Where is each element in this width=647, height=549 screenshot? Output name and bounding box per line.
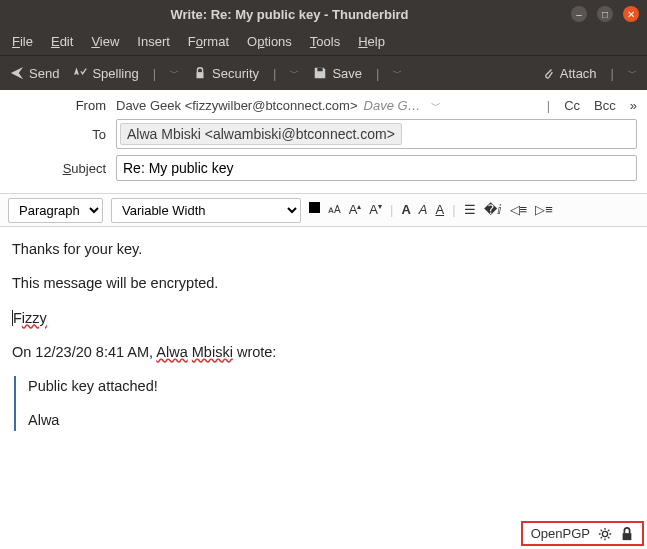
bcc-button[interactable]: Bcc [594,98,616,113]
security-label: Security [212,66,259,81]
body-line: This message will be encrypted. [12,273,635,293]
toolbar-separator: | [153,66,156,81]
cc-button[interactable]: Cc [564,98,580,113]
attach-button[interactable]: Attach [541,66,597,81]
spell-error: izzy [22,310,47,326]
save-label: Save [332,66,362,81]
security-dropdown-arrow[interactable]: ﹀ [290,67,299,80]
from-address: Dave Geek <fizzywilber@btconnect.com> [116,98,358,113]
from-value[interactable]: Dave Geek <fizzywilber@btconnect.com> Da… [116,98,535,113]
lock-icon [620,527,634,541]
gear-icon [598,527,612,541]
save-dropdown-arrow[interactable]: ﹀ [393,67,402,80]
menu-edit[interactable]: Edit [51,34,73,49]
paragraph-style-select[interactable]: Paragraph [8,198,103,223]
save-icon [313,66,327,80]
menu-tools[interactable]: Tools [310,34,340,49]
body-line: Thanks for your key. [12,239,635,259]
openpgp-label: OpenPGP [531,526,590,541]
indent-icon[interactable]: ▷≡ [535,202,553,217]
toolbar-separator: | [273,66,276,81]
outdent-icon[interactable]: ◁≡ [510,202,528,217]
more-recipients-button[interactable]: » [630,98,637,113]
menu-file[interactable]: File [12,34,33,49]
compose-headers: From Dave Geek <fizzywilber@btconnect.co… [0,90,647,193]
to-label: To [10,127,116,142]
svg-rect-0 [197,72,204,78]
font-size-large-icon[interactable]: A▴ [349,202,362,217]
titlebar: Write: Re: My public key - Thunderbird –… [0,0,647,28]
subject-label: Subject [10,161,116,176]
body-line: On 12/23/20 8:41 AM, Alwa Mbiski wrote: [12,342,635,362]
spelling-label: Spelling [92,66,138,81]
send-icon [10,66,24,80]
to-recipient-pill[interactable]: Alwa Mbiski <alwambiski@btconnect.com> [120,123,402,145]
from-identity: Dave G… [364,98,421,113]
lock-icon [193,66,207,80]
minimize-button[interactable]: – [571,6,587,22]
italic-icon[interactable]: A [419,202,428,217]
save-button[interactable]: Save [313,66,362,81]
spell-error: Mbiski [192,344,233,360]
message-body[interactable]: Thanks for your key. This message will b… [0,227,647,517]
main-toolbar: Send Spelling | ﹀ Security | ﹀ Save | ﹀ … [0,56,647,90]
svg-rect-1 [318,68,323,72]
menu-options[interactable]: Options [247,34,292,49]
toolbar-separator: | [376,66,379,81]
send-button[interactable]: Send [10,66,59,81]
spell-error: Alwa [156,344,187,360]
subject-input[interactable] [116,155,637,181]
security-button[interactable]: Security [193,66,259,81]
font-size-down-icon[interactable]: ᴀA [328,204,341,215]
svg-point-2 [602,531,607,536]
svg-rect-3 [623,533,632,540]
attach-dropdown-arrow[interactable]: ﹀ [628,67,637,80]
window-controls: – □ ✕ [571,6,639,22]
attach-label: Attach [560,66,597,81]
menu-help[interactable]: Help [358,34,385,49]
quote-line: Public key attached! [28,376,635,396]
menubar: File Edit View Insert Format Options Too… [0,28,647,56]
bold-icon[interactable]: A [401,202,410,217]
chevron-down-icon[interactable]: ﹀ [431,99,441,113]
window-title: Write: Re: My public key - Thunderbird [8,7,571,22]
font-size-small-icon[interactable]: A▾ [369,202,382,217]
menu-insert[interactable]: Insert [137,34,170,49]
paperclip-icon [541,66,555,80]
menu-format[interactable]: Format [188,34,229,49]
to-field[interactable]: Alwa Mbiski <alwambiski@btconnect.com> [116,119,637,149]
spelling-button[interactable]: Spelling [73,66,138,81]
format-toolbar: Paragraph Variable Width ᴀA A▴ A▾ | A A … [0,193,647,227]
from-label: From [10,98,116,113]
quote-line: Alwa [28,410,635,430]
maximize-button[interactable]: □ [597,6,613,22]
send-label: Send [29,66,59,81]
quoted-reply: Public key attached! Alwa [14,376,635,431]
numbered-list-icon[interactable]: �ⅈ [484,202,502,217]
spellcheck-icon [73,66,87,80]
bullet-list-icon[interactable]: ☰ [464,202,476,217]
text-color-icon[interactable] [309,202,320,213]
font-family-select[interactable]: Variable Width [111,198,301,223]
close-button[interactable]: ✕ [623,6,639,22]
menu-view[interactable]: View [91,34,119,49]
underline-icon[interactable]: A [435,202,444,217]
openpgp-status[interactable]: OpenPGP [521,521,644,546]
spelling-dropdown-arrow[interactable]: ﹀ [170,67,179,80]
body-line: Fizzy [12,308,635,328]
toolbar-separator: | [611,66,614,81]
